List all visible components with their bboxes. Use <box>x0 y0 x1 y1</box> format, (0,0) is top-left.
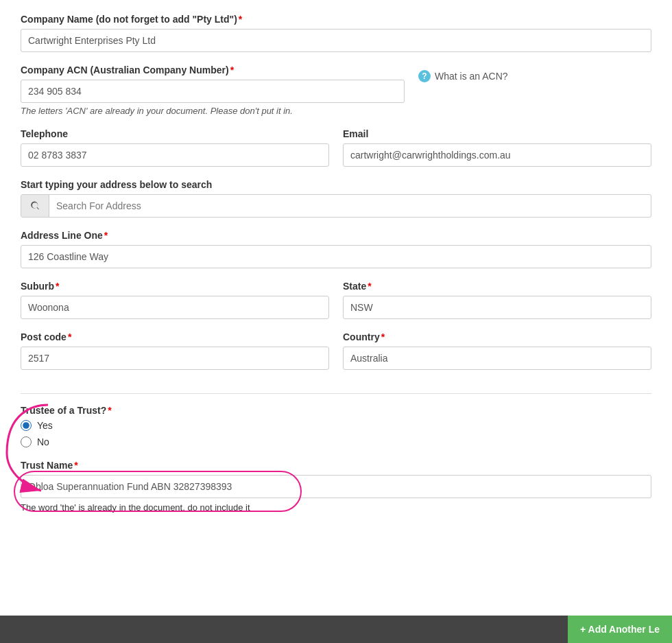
state-label: State* <box>343 281 651 292</box>
telephone-email-row: Telephone Email <box>21 128 651 179</box>
address-search-group: Start typing your address below to searc… <box>21 179 651 218</box>
country-input[interactable] <box>343 347 651 370</box>
bottom-bar: + Add Another Le <box>0 616 672 643</box>
email-label: Email <box>343 128 651 139</box>
email-group: Email <box>343 128 651 167</box>
trustee-group: Trustee of a Trust?* Yes No <box>21 405 651 447</box>
postcode-label: Post code* <box>21 331 329 342</box>
acn-input[interactable] <box>21 80 405 103</box>
search-icon <box>29 200 40 211</box>
suburb-input[interactable] <box>21 296 329 319</box>
trustee-yes-option[interactable]: Yes <box>21 420 651 431</box>
suburb-state-row: Suburb* State* <box>21 281 651 331</box>
address-line-one-label: Address Line One* <box>21 230 651 241</box>
state-input[interactable] <box>343 296 651 319</box>
acn-help-icon[interactable]: ? <box>418 70 431 82</box>
postcode-input[interactable] <box>21 347 329 370</box>
country-label: Country* <box>343 331 651 342</box>
address-line-one-group: Address Line One* <box>21 230 651 268</box>
acn-label: Company ACN (Australian Company Number)* <box>21 65 405 75</box>
trust-name-label: Trust Name* <box>21 460 651 471</box>
address-search-button[interactable] <box>21 195 49 217</box>
company-acn-group: Company ACN (Australian Company Number)*… <box>21 65 651 116</box>
acn-help-text: What is an ACN? <box>435 71 508 82</box>
trustee-yes-radio[interactable] <box>21 420 32 431</box>
state-group: State* <box>343 281 651 319</box>
section-divider <box>21 393 651 394</box>
page-wrapper: Company Name (do not forget to add "Pty … <box>0 0 672 643</box>
trust-name-group: Trust Name* The word 'the' is already in… <box>21 460 651 513</box>
telephone-label: Telephone <box>21 128 329 139</box>
suburb-group: Suburb* <box>21 281 329 319</box>
country-group: Country* <box>343 331 651 370</box>
telephone-group: Telephone <box>21 128 329 167</box>
trust-name-note: The word 'the' is already in the documen… <box>21 502 651 513</box>
trustee-no-radio[interactable] <box>21 436 32 447</box>
add-another-label: + Add Another Le <box>580 624 660 635</box>
trust-name-wrapper <box>21 475 651 498</box>
trustee-label: Trustee of a Trust?* <box>21 405 651 416</box>
company-name-label: Company Name (do not forget to add "Pty … <box>21 14 651 25</box>
trust-name-input[interactable] <box>21 475 651 498</box>
add-another-button[interactable]: + Add Another Le <box>568 616 672 643</box>
acn-help: ? What is an ACN? <box>418 70 508 82</box>
telephone-input[interactable] <box>21 143 329 167</box>
address-search-label: Start typing your address below to searc… <box>21 179 651 190</box>
address-line-one-input[interactable] <box>21 245 651 268</box>
company-name-input[interactable] <box>21 29 651 52</box>
trustee-no-option[interactable]: No <box>21 436 651 447</box>
trustee-yes-label: Yes <box>37 420 53 431</box>
trustee-no-label: No <box>37 436 49 447</box>
acn-row: Company ACN (Australian Company Number)*… <box>21 65 651 103</box>
trustee-radio-group: Yes No <box>21 420 651 447</box>
company-name-group: Company Name (do not forget to add "Pty … <box>21 14 651 52</box>
suburb-label: Suburb* <box>21 281 329 292</box>
postcode-country-row: Post code* Country* <box>21 331 651 382</box>
acn-input-wrapper: Company ACN (Australian Company Number)* <box>21 65 405 103</box>
email-input[interactable] <box>343 143 651 167</box>
address-search-input[interactable] <box>49 195 651 217</box>
address-search-wrapper <box>21 194 651 218</box>
postcode-group: Post code* <box>21 331 329 370</box>
acn-note: The letters 'ACN' are already in your do… <box>21 106 651 116</box>
